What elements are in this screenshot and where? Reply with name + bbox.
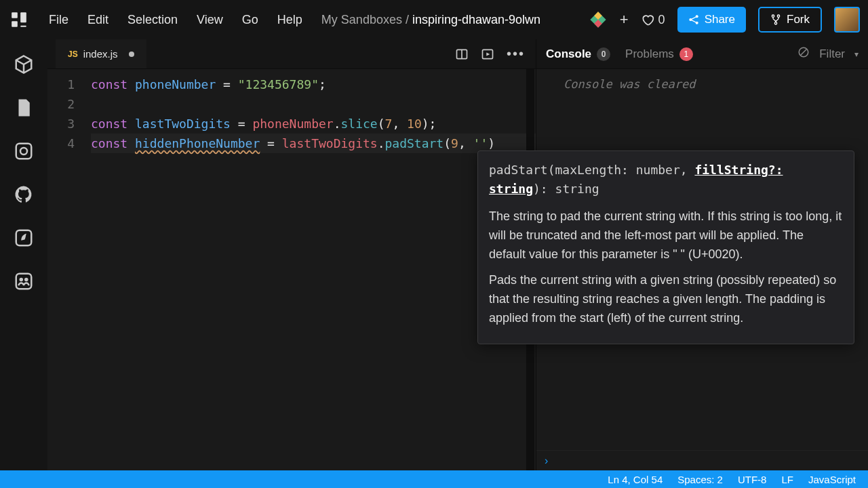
share-label: Share <box>705 13 735 26</box>
share-button[interactable]: Share <box>677 7 746 33</box>
tab-problems[interactable]: Problems 1 <box>625 47 693 61</box>
main-menu: File Edit Selection View Go Help <box>49 13 302 27</box>
editor: JS index.js ••• 1 2 3 4 const phoneNumbe… <box>47 39 536 470</box>
svg-point-10 <box>772 15 774 17</box>
code-line-2 <box>91 94 536 114</box>
codesandbox-icon[interactable] <box>589 10 608 29</box>
chevron-down-icon[interactable]: ▾ <box>854 49 859 59</box>
eol[interactable]: LF <box>781 474 793 485</box>
problems-tab-label: Problems <box>625 47 674 61</box>
code-line-1: const phoneNumber = "123456789"; <box>91 75 536 94</box>
menu-selection[interactable]: Selection <box>127 13 178 27</box>
top-actions: + 0 Share Fork <box>589 7 860 33</box>
prompt-chevron-icon: › <box>545 455 548 467</box>
heart-icon <box>641 13 654 26</box>
settings-icon[interactable] <box>14 141 34 161</box>
svg-rect-16 <box>16 274 32 289</box>
editor-tabbar: JS index.js ••• <box>47 39 536 69</box>
share-icon <box>688 14 699 25</box>
param-doc: The string to pad the current string wit… <box>489 207 843 264</box>
tab-console[interactable]: Console 0 <box>546 47 610 61</box>
line-gutter: 1 2 3 4 <box>47 75 91 153</box>
panel-tabs: Console 0 Problems 1 Filter ▾ <box>536 39 868 69</box>
fork-icon <box>770 14 781 25</box>
console-count-badge: 0 <box>597 47 610 61</box>
svg-point-18 <box>24 278 28 282</box>
encoding[interactable]: UTF-8 <box>738 474 767 485</box>
language-mode[interactable]: JavaScript <box>808 474 856 485</box>
likes-counter[interactable]: 0 <box>641 13 665 27</box>
preview-icon[interactable] <box>481 47 494 61</box>
signature-text: padStart(maxLength: number, fillString?:… <box>489 161 843 199</box>
github-icon[interactable] <box>14 184 34 205</box>
fork-button[interactable]: Fork <box>758 7 822 33</box>
signature-help-tooltip: padStart(maxLength: number, fillString?:… <box>477 150 854 344</box>
method-doc: Pads the current string with a given str… <box>489 270 843 327</box>
clear-console-icon[interactable] <box>797 46 810 62</box>
topbar: File Edit Selection View Go Help My Sand… <box>0 0 868 39</box>
code-lines: const phoneNumber = "123456789"; const l… <box>91 75 536 153</box>
user-avatar[interactable] <box>834 7 860 33</box>
console-tab-label: Console <box>546 47 591 61</box>
breadcrumb-current: inspiring-dhawan-9olwn <box>412 13 540 26</box>
problems-count-badge: 1 <box>679 47 693 61</box>
breadcrumb-parent: My Sandboxes / <box>321 13 412 26</box>
status-bar: Ln 4, Col 54 Spaces: 2 UTF-8 LF JavaScri… <box>0 470 868 488</box>
svg-rect-13 <box>16 144 32 159</box>
menu-edit[interactable]: Edit <box>87 13 108 27</box>
svg-rect-2 <box>20 12 26 22</box>
new-sandbox-button[interactable]: + <box>620 11 629 28</box>
cursor-position[interactable]: Ln 4, Col 54 <box>608 474 663 485</box>
menu-file[interactable]: File <box>49 13 68 27</box>
menu-view[interactable]: View <box>197 13 223 27</box>
file-icon[interactable] <box>14 98 34 118</box>
likes-count: 0 <box>658 13 665 27</box>
menu-go[interactable]: Go <box>242 13 258 27</box>
svg-point-11 <box>777 15 779 17</box>
svg-rect-1 <box>12 21 18 27</box>
svg-point-12 <box>774 22 776 24</box>
console-input[interactable]: › <box>536 450 868 470</box>
console-message: Console was cleared <box>536 77 868 91</box>
activity-bar <box>0 39 47 470</box>
breadcrumb[interactable]: My Sandboxes / inspiring-dhawan-9olwn <box>321 13 540 27</box>
svg-rect-3 <box>20 26 26 27</box>
explorer-icon[interactable] <box>14 54 34 75</box>
app-logo[interactable] <box>8 9 30 30</box>
code-line-4: const hiddenPhoneNumber = lastTwoDigits.… <box>91 134 536 153</box>
menu-help[interactable]: Help <box>277 13 302 27</box>
live-icon[interactable] <box>14 271 34 291</box>
split-editor-icon[interactable] <box>455 47 469 61</box>
js-file-icon: JS <box>68 49 78 59</box>
tab-index-js[interactable]: JS index.js <box>56 39 146 68</box>
code-area[interactable]: 1 2 3 4 const phoneNumber = "123456789";… <box>47 69 536 153</box>
more-actions-icon[interactable]: ••• <box>507 46 525 62</box>
indentation[interactable]: Spaces: 2 <box>677 474 723 485</box>
fork-label: Fork <box>787 13 810 26</box>
svg-marker-22 <box>486 52 490 56</box>
tab-filename: index.js <box>83 48 118 60</box>
svg-rect-0 <box>12 12 18 18</box>
svg-point-14 <box>20 148 27 155</box>
filter-label[interactable]: Filter <box>819 47 845 61</box>
svg-line-24 <box>801 49 807 56</box>
deploy-icon[interactable] <box>14 228 34 248</box>
unsaved-indicator <box>129 52 134 57</box>
code-line-3: const lastTwoDigits = phoneNumber.slice(… <box>91 114 536 134</box>
svg-point-17 <box>20 278 24 282</box>
